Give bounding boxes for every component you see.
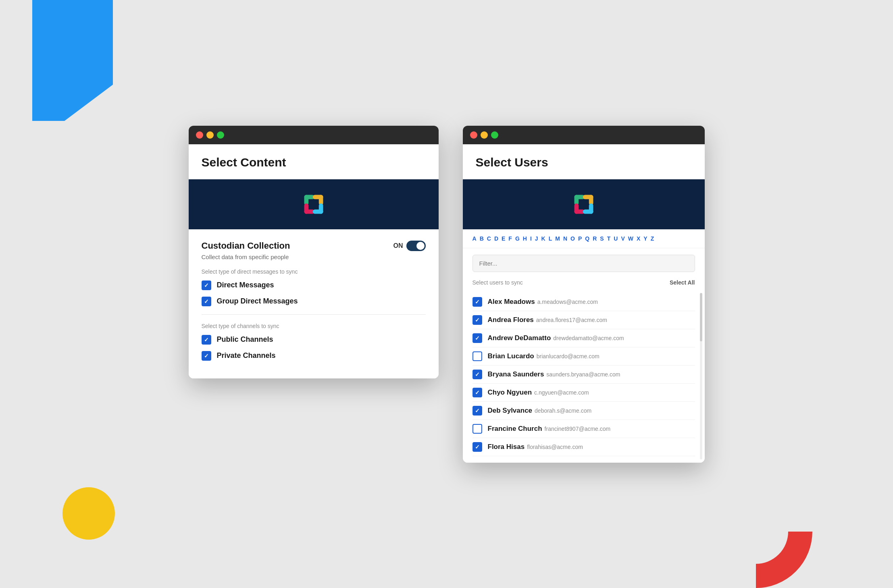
checkbox-private-label: Private Channels xyxy=(217,351,276,360)
select-all-button[interactable]: Select All xyxy=(670,279,695,286)
checkbox-public-label: Public Channels xyxy=(217,335,273,344)
user-checkbox-5[interactable] xyxy=(473,388,482,397)
alpha-letter-i[interactable]: I xyxy=(530,236,532,241)
alpha-letter-g[interactable]: G xyxy=(515,236,520,241)
user-checkbox-0[interactable] xyxy=(473,297,482,307)
close-button-2[interactable] xyxy=(470,131,477,139)
checkbox-dm-input[interactable] xyxy=(202,280,211,290)
user-checkbox-4[interactable] xyxy=(473,370,482,379)
alpha-letter-f[interactable]: F xyxy=(508,236,512,241)
user-email-1: andrea.flores17@acme.com xyxy=(536,317,607,323)
user-checkbox-7[interactable] xyxy=(473,424,482,434)
slack-banner-2 xyxy=(463,179,705,229)
user-email-0: a.meadows@acme.com xyxy=(537,299,598,305)
filter-input[interactable] xyxy=(473,255,695,272)
alpha-letter-e[interactable]: E xyxy=(502,236,505,241)
select-users-window: Select Users ABCDEFGHIJKLMNOPQRSTUVWXYZ … xyxy=(463,126,705,463)
checkbox-public-input[interactable] xyxy=(202,335,211,345)
windows-container: Select Content Custodian Co xyxy=(189,126,705,463)
custodian-header: Custodian Collection ON xyxy=(202,241,426,251)
checkbox-public-channels: Public Channels xyxy=(202,335,426,345)
bg-yellow-circle xyxy=(62,487,115,540)
svg-rect-15 xyxy=(583,209,593,214)
alpha-letter-k[interactable]: K xyxy=(541,236,545,241)
titlebar-1 xyxy=(189,126,439,144)
alpha-letter-s[interactable]: S xyxy=(600,236,604,241)
maximize-button-1[interactable] xyxy=(217,131,224,139)
user-list-item: Flora Hisasflorahisas@acme.com xyxy=(473,438,695,456)
filter-container xyxy=(463,248,705,275)
minimize-button-2[interactable] xyxy=(481,131,488,139)
bg-red-arc xyxy=(699,475,812,588)
alpha-letter-x[interactable]: X xyxy=(637,236,640,241)
user-name-2: Andrew DeDamattodrewdedamatto@acme.com xyxy=(488,334,624,342)
custodian-subtitle: Collect data from specific people xyxy=(202,253,426,260)
channels-section-label: Select type of channels to sync xyxy=(202,323,426,329)
user-checkbox-1[interactable] xyxy=(473,315,482,325)
alpha-letter-b[interactable]: B xyxy=(480,236,484,241)
alpha-letter-a[interactable]: A xyxy=(473,236,477,241)
select-content-window: Select Content Custodian Co xyxy=(189,126,439,378)
user-list-item: Brian Lucardobrianlucardo@acme.com xyxy=(473,347,695,366)
close-button-1[interactable] xyxy=(196,131,203,139)
alpha-letter-h[interactable]: H xyxy=(523,236,527,241)
user-checkbox-8[interactable] xyxy=(473,442,482,452)
users-header-label: Select users to sync xyxy=(473,279,523,286)
scrollbar-thumb[interactable] xyxy=(700,293,702,341)
alpha-letter-j[interactable]: J xyxy=(535,236,538,241)
alpha-letter-v[interactable]: V xyxy=(621,236,624,241)
alpha-letter-w[interactable]: W xyxy=(628,236,633,241)
alpha-letter-n[interactable]: N xyxy=(563,236,567,241)
svg-rect-7 xyxy=(312,209,323,214)
alpha-letter-o[interactable]: O xyxy=(570,236,575,241)
user-email-5: c.ngyuen@acme.com xyxy=(534,389,589,396)
custodian-title: Custodian Collection xyxy=(202,241,290,251)
user-email-3: brianlucardo@acme.com xyxy=(537,353,599,359)
user-checkbox-6[interactable] xyxy=(473,406,482,416)
minimize-button-1[interactable] xyxy=(206,131,214,139)
user-email-7: francinet8907@acme.com xyxy=(545,426,611,432)
bg-blue-shape xyxy=(32,0,113,121)
user-checkbox-3[interactable] xyxy=(473,351,482,361)
titlebar-2 xyxy=(463,126,705,144)
user-list-item: Andrew DeDamattodrewdedamatto@acme.com xyxy=(473,329,695,347)
divider-1 xyxy=(202,314,426,315)
custodian-toggle[interactable] xyxy=(406,241,426,251)
user-name-0: Alex Meadowsa.meadows@acme.com xyxy=(488,298,598,306)
window-title-2: Select Users xyxy=(476,156,692,169)
alpha-letter-l[interactable]: L xyxy=(549,236,552,241)
user-name-3: Brian Lucardobrianlucardo@acme.com xyxy=(488,352,599,360)
checkbox-private-input[interactable] xyxy=(202,351,211,361)
user-name-5: Chyo Ngyuenc.ngyuen@acme.com xyxy=(488,389,589,397)
window-body-1: Custodian Collection ON Collect data fro… xyxy=(189,229,439,378)
svg-rect-3 xyxy=(312,195,323,199)
users-header: Select users to sync Select All xyxy=(463,275,705,290)
checkbox-direct-messages: Direct Messages xyxy=(202,280,426,290)
alpha-letter-t[interactable]: T xyxy=(607,236,611,241)
checkbox-dm-label: Direct Messages xyxy=(217,281,274,289)
maximize-button-2[interactable] xyxy=(491,131,498,139)
alpha-letter-d[interactable]: D xyxy=(494,236,498,241)
alpha-letter-z[interactable]: Z xyxy=(651,236,654,241)
alpha-letter-r[interactable]: R xyxy=(593,236,597,241)
user-list-item: Andrea Floresandrea.flores17@acme.com xyxy=(473,311,695,329)
user-list-item: Francine Churchfrancinet8907@acme.com xyxy=(473,420,695,438)
alpha-letter-m[interactable]: M xyxy=(555,236,560,241)
slack-banner-1 xyxy=(189,179,439,229)
alpha-letter-q[interactable]: Q xyxy=(585,236,589,241)
alpha-letter-c[interactable]: C xyxy=(487,236,491,241)
user-email-6: deborah.s@acme.com xyxy=(535,407,591,414)
user-list-item: Alex Meadowsa.meadows@acme.com xyxy=(473,293,695,311)
alpha-letter-u[interactable]: U xyxy=(614,236,618,241)
user-name-6: Deb Sylvancedeborah.s@acme.com xyxy=(488,407,592,415)
alpha-letter-y[interactable]: Y xyxy=(643,236,647,241)
user-email-8: florahisas@acme.com xyxy=(527,444,583,450)
user-checkbox-2[interactable] xyxy=(473,333,482,343)
alpha-letter-p[interactable]: P xyxy=(578,236,582,241)
dm-section-label: Select type of direct messages to sync xyxy=(202,268,426,275)
alphabet-nav: ABCDEFGHIJKLMNOPQRSTUVWXYZ xyxy=(463,229,705,248)
scrollbar-track xyxy=(700,293,702,459)
checkbox-private-channels: Private Channels xyxy=(202,351,426,361)
checkbox-gdm-input[interactable] xyxy=(202,297,211,306)
toggle-container: ON xyxy=(393,241,426,251)
